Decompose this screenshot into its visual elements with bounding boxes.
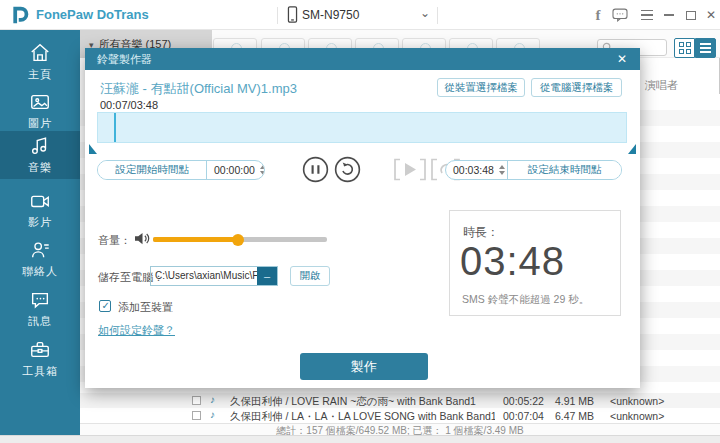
feedback-icon[interactable] [611, 4, 629, 26]
sidebar-item-toolbox[interactable]: 工具箱 [0, 335, 80, 383]
sidebar-item-messages[interactable]: 訊息 [0, 285, 80, 333]
set-start-time-button[interactable]: 設定開始時間點 [98, 161, 206, 179]
save-path-field[interactable]: C:\Users\axian\Music\FoneP – [150, 266, 278, 286]
sidebar: 主頁 圖片 音樂 影片 聯絡人 訊息 工具箱 [0, 30, 80, 435]
play-icon [405, 163, 416, 176]
song-artist: <unknown> [610, 410, 664, 422]
end-time-value: 00:03:48 [453, 164, 494, 176]
current-song-name: 汪蘇瀧 - 有點甜(Official MV)1.mp3 [100, 80, 297, 98]
duration-value: 03:48 [460, 239, 565, 284]
table-row[interactable]: 久保田利伸 / LA・LA・LA LOVE SONG with Bank Ban… [80, 408, 720, 423]
pause-icon [302, 156, 329, 183]
app-window: FonePaw DoTrans SM-N9750 主頁 圖片 音樂 [0, 0, 720, 443]
dialog-title: 鈴聲製作器 [97, 52, 152, 67]
open-folder-button[interactable]: 開啟 [290, 266, 330, 286]
messages-icon [29, 289, 51, 311]
phone-icon [287, 6, 298, 28]
app-logo-icon [10, 5, 30, 25]
song-title: 久保田利伸 / LOVE RAIN ~恋の雨~ with Bank Band1 [230, 395, 495, 409]
bracket [432, 160, 437, 180]
chevron-down-icon[interactable] [420, 6, 430, 20]
replay-icon [334, 156, 361, 183]
titlebar: FonePaw DoTrans SM-N9750 [0, 0, 720, 30]
music-note-icon [210, 409, 215, 420]
sidebar-item-music[interactable]: 音樂 [0, 131, 80, 179]
add-to-device-checkbox[interactable] [99, 300, 111, 312]
close-button[interactable] [702, 4, 720, 26]
make-ringtone-button[interactable]: 製作 [300, 353, 428, 380]
music-note-icon [210, 394, 215, 405]
music-icon [29, 135, 51, 157]
app-title: FonePaw DoTrans [36, 7, 149, 22]
song-artist: <unknown> [610, 395, 664, 407]
playhead[interactable] [114, 113, 116, 142]
pictures-icon [29, 91, 51, 113]
set-end-time-button[interactable]: 設定結束時間點 [508, 161, 621, 179]
home-icon [29, 42, 51, 64]
song-duration: 00:07:04 [503, 410, 544, 422]
menu-icon[interactable] [638, 4, 656, 26]
row-checkbox[interactable] [192, 411, 201, 420]
row-checkbox[interactable] [192, 396, 201, 405]
trim-end-handle[interactable] [628, 144, 636, 154]
ringtone-maker-dialog: 鈴聲製作器 汪蘇瀧 - 有點甜(Official MV)1.mp3 00:07/… [85, 48, 640, 388]
device-name[interactable]: SM-N9750 [302, 8, 359, 22]
window-bottom-edge [0, 435, 720, 443]
end-time-group: 00:03:48 設定結束時間點 [445, 160, 622, 180]
sidebar-item-video[interactable]: 影片 [0, 186, 80, 234]
grid-view-button[interactable] [674, 38, 695, 58]
waveform[interactable] [97, 112, 627, 143]
song-duration: 00:05:22 [503, 395, 544, 407]
song-size: 4.91 MB [555, 395, 594, 407]
facebook-icon[interactable] [589, 4, 607, 26]
toolbox-icon [29, 339, 51, 361]
end-time-spinner[interactable]: 00:03:48 [446, 161, 508, 179]
maximize-button[interactable] [682, 4, 700, 26]
spinner-arrows-icon[interactable] [499, 165, 505, 175]
sidebar-item-label: 聯絡人 [22, 264, 58, 279]
list-icon [700, 43, 711, 53]
browse-button[interactable]: – [257, 267, 277, 285]
divider [437, 7, 438, 24]
sidebar-item-label: 訊息 [28, 314, 52, 329]
volume-thumb[interactable] [232, 234, 244, 246]
bracket [420, 160, 425, 180]
sidebar-item-label: 音樂 [28, 160, 52, 175]
dialog-close-icon[interactable] [614, 51, 630, 67]
sidebar-item-label: 主頁 [28, 67, 52, 82]
select-from-device-button[interactable]: 從裝置選擇檔案 [437, 78, 525, 97]
start-time-spinner[interactable]: 00:00:00 [206, 161, 264, 179]
grid-icon [679, 42, 691, 54]
duration-panel: 時長： 03:48 SMS 鈴聲不能超過 29 秒。 [449, 210, 621, 316]
sms-limit-note: SMS 鈴聲不能超過 29 秒。 [462, 293, 589, 307]
contacts-icon [29, 239, 51, 261]
save-path-value[interactable]: C:\Users\axian\Music\FoneP [151, 267, 257, 285]
bracket [395, 160, 400, 180]
list-view-button[interactable] [695, 38, 716, 58]
volume-label: 音量： [98, 233, 131, 248]
spinner-arrows-icon[interactable] [260, 165, 265, 175]
playback-progress: 00:07/03:48 [100, 99, 158, 111]
select-from-computer-button[interactable]: 從電腦選擇檔案 [531, 78, 622, 97]
pause-button[interactable] [302, 156, 329, 183]
song-title: 久保田利伸 / LA・LA・LA LOVE SONG with Bank Ban… [230, 410, 495, 424]
volume-slider[interactable] [153, 237, 327, 242]
replay-button[interactable] [334, 156, 361, 183]
dialog-header: 鈴聲製作器 [85, 48, 640, 70]
table-row[interactable]: 久保田利伸 / LOVE RAIN ~恋の雨~ with Bank Band1 … [80, 393, 720, 408]
add-to-device-label: 添加至裝置 [118, 300, 173, 315]
column-header-artist[interactable]: 演唱者 [645, 78, 678, 93]
volume-fill [153, 237, 238, 242]
sidebar-item-label: 工具箱 [22, 364, 58, 379]
speaker-icon [134, 231, 151, 250]
song-size: 6.47 MB [555, 410, 594, 422]
video-icon [29, 190, 51, 212]
divider [277, 7, 278, 24]
how-to-set-ringtone-link[interactable]: 如何設定鈴聲？ [98, 323, 175, 338]
sidebar-item-home[interactable]: 主頁 [0, 38, 80, 86]
minimize-button[interactable] [660, 4, 678, 26]
sidebar-item-pictures[interactable]: 圖片 [0, 87, 80, 135]
trim-start-handle[interactable] [89, 144, 97, 154]
sidebar-item-contacts[interactable]: 聯絡人 [0, 235, 80, 283]
sidebar-item-label: 影片 [28, 215, 52, 230]
